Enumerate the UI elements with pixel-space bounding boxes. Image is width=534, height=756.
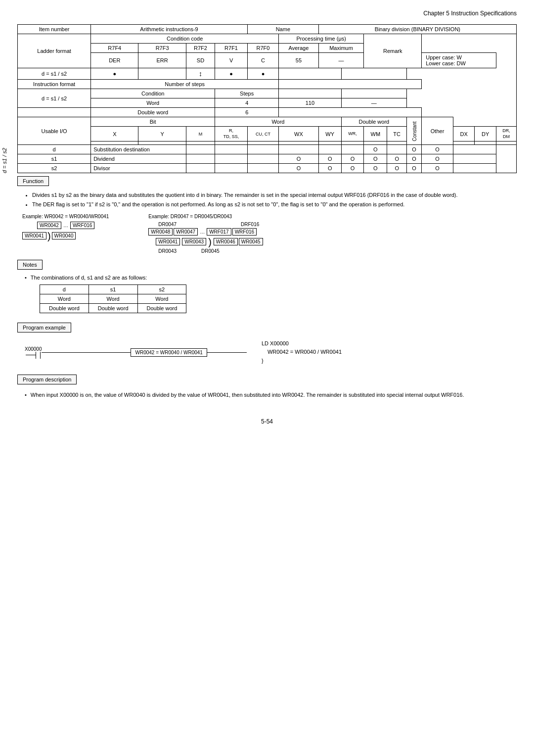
real-side-label: d = s1 / s2	[1, 148, 7, 173]
pdesc-text: When input X00000 is on, the value of WR…	[31, 390, 464, 400]
r-proc-time: Processing time (μs)	[279, 34, 364, 44]
prog-ex-lbl: Program example	[17, 323, 71, 332]
rd-sd-b: ↕	[186, 68, 215, 80]
nc-r2s1: Double word	[89, 303, 137, 313]
contact-sym	[26, 352, 41, 359]
r-hdr3: R7F4 R7F3 R7F2 R7F1 R7F0 Average Maximum	[18, 44, 517, 53]
r-max: Maximum	[318, 44, 363, 53]
rex-dr0045: DR0045	[201, 248, 220, 254]
r-s1-row: s1 Dividend O O O O O O O	[18, 154, 517, 164]
rex-row1: WR0048 WR0047 … WRF017 WRF016	[148, 228, 263, 236]
nc-r1: Word Word Word	[40, 294, 186, 303]
func-list: Divides s1 by s2 as the binary data and …	[32, 190, 517, 209]
rex-wrf017: WRF017	[207, 228, 231, 236]
r-s1-desc: Dividend	[91, 154, 186, 164]
r-bit-hdr: Bit	[91, 117, 215, 127]
r-word-hdr2: Word	[215, 117, 341, 127]
r-s1-o3: O	[341, 154, 364, 164]
r-d-row: d Substitution destination O O O	[18, 145, 517, 154]
r-remark: Remark	[364, 34, 422, 68]
lh1	[26, 355, 36, 355]
nc-r2d: Double word	[40, 303, 89, 313]
r-steps-extra	[341, 89, 406, 98]
nc-r2s2: Double word	[137, 303, 186, 313]
r-cond-lbl: Condition	[91, 89, 215, 98]
contact-name: X00000	[25, 346, 42, 352]
r-formula2: d = s1 / s2	[18, 89, 91, 108]
rex-dr-labels: DR0043 DR0045	[158, 248, 263, 254]
real-page-num: 5-54	[261, 418, 273, 425]
r-dword-empty	[18, 108, 91, 117]
r-ladder: Ladder format	[18, 34, 91, 68]
r-s2-o3: O	[341, 164, 364, 173]
r-io-wx: WX	[279, 127, 319, 142]
nc-hd: d	[40, 284, 89, 294]
r-item-num: Item number	[18, 25, 91, 34]
lex-dots1: …	[63, 223, 68, 228]
r-s2-o1: O	[279, 164, 319, 173]
rd-formula: d = s1 / s2	[18, 68, 91, 80]
r-word-steps: 4	[215, 98, 279, 108]
r-hdr2: Ladder format Condition code Processing …	[18, 34, 517, 44]
r-d-desc: Substitution destination	[91, 145, 186, 154]
rd-c: C	[247, 53, 278, 68]
r-d-o3: O	[422, 145, 453, 154]
r-dword-steps: 6	[215, 108, 279, 117]
r-d-sym: d	[18, 145, 91, 154]
ld-l1: LD X00000	[262, 339, 342, 348]
r-word-110: 110	[279, 98, 342, 108]
r-s1-o1: O	[279, 154, 319, 164]
r-io-y: Y	[138, 127, 186, 142]
r-io-wm: WM	[364, 127, 387, 142]
notes-txt: The combinations of d, s1 and s2 are as …	[31, 275, 147, 281]
nc-hs1: s1	[89, 284, 137, 294]
nc-r1d: Word	[40, 294, 89, 303]
rd-r2: Lower case: DW	[426, 60, 492, 66]
r-dword-hdr2: Double word	[341, 117, 406, 127]
r-cond-code: Condition code	[91, 34, 279, 44]
rd-der-b: ●	[91, 68, 138, 80]
rd-v: V	[215, 53, 248, 68]
nc-hdr: d s1 s2	[40, 284, 186, 294]
rd-err-b	[138, 68, 186, 80]
rd-remarks: Upper case: W Lower case: DW	[422, 53, 496, 68]
ld-brace: }	[262, 357, 342, 366]
rd-avg-b	[279, 68, 342, 80]
r-s2-o6: O	[407, 164, 422, 173]
r-io-dr: DR,DM	[496, 127, 516, 142]
rex-dr0043: DR0043	[158, 248, 177, 254]
ladder-mid-line	[42, 352, 131, 353]
r-io-r: R,TD, SS,	[215, 127, 248, 142]
r-word-row: Word 4 110 —	[18, 98, 517, 108]
r-r7f4: R7F4	[91, 44, 138, 53]
diag-wrap: Example: WR0042 = WR0040/WR0041 WR0042 ……	[17, 212, 517, 256]
rex-dr047: DR0047	[158, 222, 177, 227]
r-s1-o7: O	[422, 154, 453, 164]
rex-wr0048: WR0048	[148, 228, 173, 236]
rex-wr0041: WR0041	[156, 238, 180, 245]
nc-r2: Double word Double word Double word	[40, 303, 186, 313]
lv1	[36, 352, 36, 359]
r-s2-o4: O	[364, 164, 387, 173]
r-s1-o5: O	[387, 154, 407, 164]
rd-der: DER	[91, 53, 138, 68]
rd-max-b	[341, 68, 406, 80]
rex-wrf016: WRF016	[232, 228, 257, 236]
real-header: Chapter 5 Instruction Specifications	[17, 10, 517, 17]
ld-formula: WR0042 = WR0040 / WR0041	[267, 349, 342, 355]
r-data1: DER ERR SD V C 55 — Upper case: W Lower …	[18, 53, 517, 68]
prog-desc-inner: • When input X00000 is on, the value of …	[17, 386, 517, 404]
prog-ex-inner: X00000 WR0042 = WR0040 / WR0041	[17, 334, 517, 371]
notes-inner: • The combinations of d, s1 and s2 are a…	[17, 272, 517, 319]
rex-wr0043: WR0043	[182, 238, 206, 245]
r-s1-sym: s1	[18, 154, 91, 164]
r-word-hdr: d = s1 / s2 Condition Steps	[18, 89, 517, 98]
r-s2-desc: Divisor	[91, 164, 186, 173]
r-r7f0: R7F0	[247, 44, 278, 53]
nc-hs2: s2	[137, 284, 186, 294]
r-steps-lbl: Steps	[215, 89, 279, 98]
r-r7f1: R7F1	[215, 44, 248, 53]
rex-wr0047: WR0047	[174, 228, 198, 236]
real-footer: 5-54	[17, 418, 517, 425]
ld-l2: WR0042 = WR0040 / WR0041	[267, 348, 342, 357]
